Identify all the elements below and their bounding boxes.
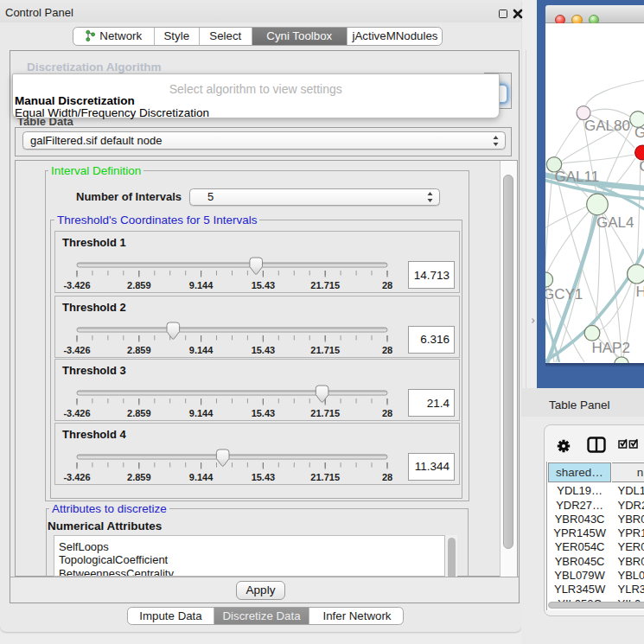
svg-text:-3.426: -3.426 [63, 471, 90, 481]
svg-text:15.43: 15.43 [251, 408, 275, 418]
svg-text:28: 28 [381, 471, 392, 481]
svg-text:2.859: 2.859 [127, 280, 151, 290]
svg-text:GA: GA [634, 124, 644, 141]
svg-text:-3.426: -3.426 [63, 280, 90, 290]
svg-text:21.715: 21.715 [310, 280, 340, 290]
svg-text:C: C [640, 158, 644, 175]
svg-text:28: 28 [381, 280, 392, 290]
svg-text:9.144: 9.144 [188, 344, 213, 354]
svg-text:21.715: 21.715 [310, 408, 340, 418]
svg-text:15.43: 15.43 [251, 344, 275, 354]
svg-text:2.859: 2.859 [127, 408, 151, 418]
svg-text:9.144: 9.144 [188, 408, 213, 418]
svg-text:2.859: 2.859 [127, 471, 151, 481]
svg-text:H: H [635, 284, 644, 300]
svg-text:28: 28 [381, 344, 392, 354]
svg-text:GAL80: GAL80 [584, 118, 630, 134]
svg-text:9.144: 9.144 [188, 471, 213, 481]
svg-text:-3.426: -3.426 [63, 344, 90, 354]
svg-text:28: 28 [381, 408, 392, 418]
svg-text:GAL11: GAL11 [555, 169, 600, 185]
svg-text:15.43: 15.43 [251, 280, 275, 290]
svg-text:GCY1: GCY1 [545, 286, 583, 303]
svg-text:21.715: 21.715 [310, 471, 340, 481]
svg-text:GAL4: GAL4 [596, 214, 634, 231]
svg-text:2.859: 2.859 [127, 344, 151, 354]
svg-text:9.144: 9.144 [188, 280, 213, 290]
svg-text:15.43: 15.43 [251, 471, 275, 481]
svg-text:HAP2: HAP2 [592, 340, 630, 356]
svg-text:21.715: 21.715 [310, 344, 340, 354]
svg-text:-3.426: -3.426 [63, 408, 90, 418]
